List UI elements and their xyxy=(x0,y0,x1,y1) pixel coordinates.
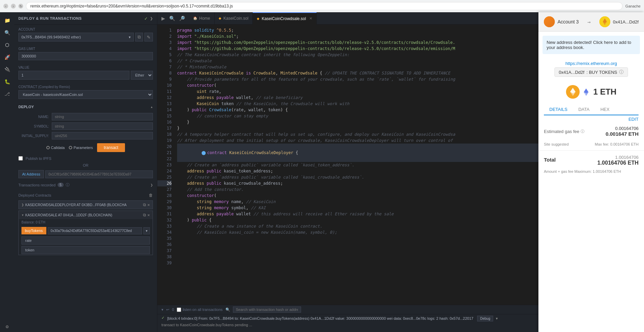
at-address-row: At Address xyxy=(14,169,157,180)
editor-toolbar: ▶ 🔍 🔎 xyxy=(157,14,189,22)
url-bar[interactable]: remix.ethereum.org/#optimize=false&runs=… xyxy=(26,2,623,10)
play-button[interactable]: ▶ xyxy=(160,14,167,22)
metamask-popup: Account 3 → 0x41A...Dd2f New address det… xyxy=(538,12,644,332)
contract2-icons: ⧉ ✕ xyxy=(143,213,150,217)
name-field-label: NAME: xyxy=(18,115,49,119)
mm-address-display: 0x41A...Dd2f xyxy=(613,19,639,24)
deploy-chevron-up: ▴ xyxy=(151,104,153,109)
deploy-panel: DEPLOY & RUN TRANSACTIONS ✓ ❯ ACCOUNT 0x… xyxy=(14,12,157,332)
contract-select[interactable]: KaseiCoin - kaseicoin/KaseiCoin.sol xyxy=(18,90,153,99)
name-field-input[interactable] xyxy=(52,113,153,120)
at-address-button[interactable]: At Address xyxy=(18,170,44,178)
forward-button[interactable]: › xyxy=(11,4,16,9)
search-icon[interactable]: 🔍 xyxy=(2,27,13,38)
publish-checkbox[interactable] xyxy=(18,156,23,161)
token-button[interactable]: token xyxy=(21,246,150,254)
listen-checkbox[interactable] xyxy=(177,308,181,312)
badge-suffix: : BUY TOKENS xyxy=(586,70,617,75)
kaseicrowdsale-tab-icon: ◆ xyxy=(257,17,260,20)
badge-address: 0x41A...Dd2f xyxy=(559,70,584,75)
deploy-section-title[interactable]: DEPLOY ▴ xyxy=(14,102,157,112)
deployed-contracts-section: Deployed Contracts 🗑 ❯ KASEICROWDSALEDEP… xyxy=(14,190,157,259)
contract2-label: KASEICROWDSALE AT 0X41A...1DD2F (BLOCKCH… xyxy=(25,213,142,217)
parameters-button[interactable]: Parameters xyxy=(69,146,93,150)
check-icon: ✓ xyxy=(144,16,147,21)
deployed-contracts-header: Deployed Contracts 🗑 xyxy=(18,193,153,198)
transactions-badge: 5 xyxy=(58,183,64,187)
gas-limit-input[interactable] xyxy=(18,52,153,60)
contract-item-1: ❯ KASEICROWDSALEDEPLOYER AT 0X3BD...FF0A… xyxy=(18,200,153,209)
terminal-controls: ▾ ↩ 0 listen on all transactions 🔍 xyxy=(161,306,301,313)
initial-supply-field-input[interactable] xyxy=(52,132,153,139)
buy-tokens-input[interactable] xyxy=(48,227,142,234)
mm-total-amount: 1.00164706 xyxy=(597,155,639,160)
listen-label: listen on all transactions xyxy=(183,308,222,312)
search-toolbar-button[interactable]: 🔍 xyxy=(168,14,176,22)
git-icon[interactable]: ⎇ xyxy=(2,88,13,99)
file-explorer-icon[interactable]: 📁 xyxy=(2,15,13,26)
buy-tokens-arrow-button[interactable]: ▾ xyxy=(143,227,150,234)
at-address-input[interactable] xyxy=(45,170,153,178)
mm-gas-fee-value: 0.00164706 0.001647 ETH xyxy=(606,126,639,137)
back-button[interactable]: ‹ xyxy=(3,4,8,9)
contract1-copy-icon[interactable]: ⧉ xyxy=(143,202,146,207)
filter-toolbar-button[interactable]: 🔎 xyxy=(178,14,186,22)
mm-tab-details[interactable]: DETAILS xyxy=(544,104,573,115)
settings-icon[interactable]: ⚙ xyxy=(2,321,13,332)
symbol-field-input[interactable] xyxy=(52,122,153,130)
contract-item-1-header[interactable]: ❯ KASEICROWDSALEDEPLOYER AT 0X3BD...FF0A… xyxy=(19,201,153,209)
kaseicrowdsale-tab-label: KaseiCoinCrowdsale.sol xyxy=(262,16,306,21)
kaseicoin-tab-icon: ◆ xyxy=(219,16,221,20)
mm-site: https://remix.ethereum.org 0x41A...Dd2f … xyxy=(538,58,644,80)
edit-account-button[interactable]: ✎ xyxy=(144,33,153,42)
rewind-icon[interactable]: ↩ xyxy=(166,308,169,312)
copy-account-button[interactable]: ⧉ xyxy=(135,33,143,42)
trash-icon[interactable]: 🗑 xyxy=(149,193,153,198)
contract2-copy-icon[interactable]: ⧉ xyxy=(143,213,146,217)
mm-tab-hex[interactable]: HEX xyxy=(595,104,615,115)
tab-home[interactable]: 🏠 Home xyxy=(189,12,215,24)
contract2-close-icon[interactable]: ✕ xyxy=(147,213,150,217)
contract-item-2-header[interactable]: ▾ KASEICROWDSALE AT 0X41A...1DD2F (BLOCK… xyxy=(19,211,153,219)
or-divider: OR xyxy=(14,162,157,169)
tab-kaseicrowdsale[interactable]: ◆ KaseiCoinCrowdsale.sol ✕ xyxy=(253,12,317,24)
mm-max-fee-value: Max fee: 0.00164706 ETH xyxy=(595,142,639,146)
mm-edit-button[interactable]: EDIT xyxy=(538,115,644,123)
contract2-collapse-icon: ▾ xyxy=(21,213,24,217)
deploy-icon[interactable]: 🚀 xyxy=(2,52,13,63)
rate-button[interactable]: rate xyxy=(21,236,150,245)
mm-divider xyxy=(538,150,644,151)
contract1-close-icon[interactable]: ✕ xyxy=(147,202,150,207)
value-input[interactable] xyxy=(18,71,129,80)
transact-button[interactable]: transact xyxy=(97,143,125,152)
mm-address-account: 0x41A...Dd2f xyxy=(599,16,639,27)
calldata-button[interactable]: Calldata xyxy=(46,146,65,150)
terminal-search-input[interactable] xyxy=(233,306,301,313)
plugin-icon[interactable]: 🔌 xyxy=(2,64,13,75)
symbol-field-label: SYMBOL: xyxy=(18,124,49,128)
calldata-radio xyxy=(46,146,50,149)
solidity-icon[interactable]: ⬡ xyxy=(2,39,13,50)
chevron-right-icon[interactable]: ❯ xyxy=(150,16,153,21)
mm-tab-data[interactable]: DATA xyxy=(573,104,595,115)
value-unit-select[interactable]: Ether Wei Gwei xyxy=(131,71,153,80)
mm-notification[interactable]: New address detected! Click here to add … xyxy=(543,36,640,54)
contract1-label: KASEICROWDSALEDEPLOYER AT 0X3BD...FF0AB … xyxy=(25,203,142,207)
ganache-button[interactable]: Ganache xyxy=(625,4,641,8)
transactions-row[interactable]: Transactions recorded 5 ⓘ ❯ xyxy=(14,180,157,190)
debug-icon[interactable]: 🐛 xyxy=(2,76,13,87)
value-label: VALUE xyxy=(18,66,153,69)
symbol-field-row: SYMBOL: xyxy=(14,121,157,131)
kaseicrowdsale-close-button[interactable]: ✕ xyxy=(309,16,312,21)
badge-info-icon: ⓘ xyxy=(619,69,624,75)
debug-button[interactable]: Debug xyxy=(477,316,493,321)
account-select[interactable]: 0x7F5...B8494 (99.94969402 ether) ▾ xyxy=(18,33,134,42)
buy-tokens-button[interactable]: buyTokens xyxy=(21,227,46,234)
expand-tx-icon[interactable]: ▾ xyxy=(496,316,498,320)
mm-address-avatar xyxy=(599,16,610,27)
mm-site-badge[interactable]: 0x41A...Dd2f : BUY TOKENS ⓘ xyxy=(554,67,628,77)
refresh-button[interactable]: ↻ xyxy=(18,4,23,9)
tab-kaseicoin[interactable]: ◆ KaseiCoin.sol xyxy=(215,12,253,24)
browser-bar: ‹ › ↻ remix.ethereum.org/#optimize=false… xyxy=(0,0,644,12)
initial-supply-field-row: INITIAL_SUPPLY: xyxy=(14,131,157,140)
